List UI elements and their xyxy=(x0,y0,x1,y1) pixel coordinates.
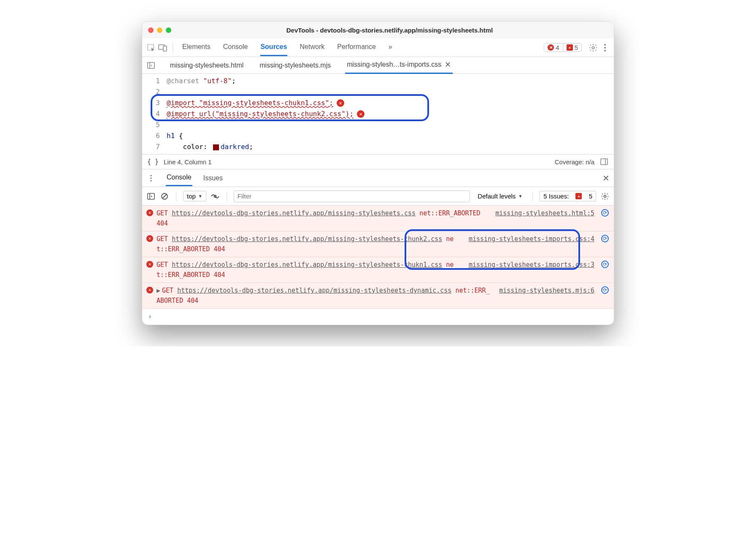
resource-link[interactable]: https://devtools-dbg-stories.netlify.app… xyxy=(177,287,451,294)
tab-more[interactable]: » xyxy=(389,39,392,56)
console-toolbar: top▼ Default levels▼ 5 Issues: ▪ 5 xyxy=(142,187,614,206)
device-toggle-icon[interactable] xyxy=(158,43,167,52)
file-tab-bar: missing-stylesheets.html missing-stylesh… xyxy=(142,57,614,74)
error-badges: ✕4 ▪5 xyxy=(544,43,582,52)
svg-point-4 xyxy=(604,44,606,46)
error-icon: ✕ xyxy=(146,287,153,293)
svg-point-11 xyxy=(150,175,152,176)
console-error-row: ✕ GET https://devtools-dbg-stories.netli… xyxy=(142,206,614,231)
error-icon[interactable]: ✕ xyxy=(357,110,364,118)
error-icon: ✕ xyxy=(146,235,153,242)
drawer-tab-issues[interactable]: Issues xyxy=(202,171,224,186)
resource-link[interactable]: https://devtools-dbg-stories.netlify.app… xyxy=(172,261,442,269)
issues-count: 5 xyxy=(575,44,578,51)
code-content[interactable]: @charset "utf-8"; @import "missing-style… xyxy=(163,74,614,154)
svg-point-13 xyxy=(150,180,152,182)
resource-link[interactable]: https://devtools-dbg-stories.netlify.app… xyxy=(172,235,442,243)
source-link[interactable]: missing-stylesheets.html:5 xyxy=(495,208,594,218)
console-sidebar-icon[interactable] xyxy=(146,193,156,200)
svg-point-12 xyxy=(150,177,152,179)
tab-sources[interactable]: Sources xyxy=(260,39,287,56)
source-link[interactable]: missing-stylesheets.mjs:6 xyxy=(499,285,594,296)
context-selector[interactable]: top▼ xyxy=(183,191,206,201)
line-gutter: 1234567 xyxy=(142,74,163,154)
source-link[interactable]: missing-stylesheets-imports.css:3 xyxy=(469,260,594,270)
pretty-print-icon[interactable]: { } xyxy=(147,158,159,166)
svg-point-3 xyxy=(592,46,594,49)
drawer-tab-console[interactable]: Console xyxy=(166,170,192,186)
error-icon: ✕ xyxy=(146,261,153,268)
svg-rect-2 xyxy=(163,46,167,51)
titlebar: DevTools - devtools-dbg-stories.netlify.… xyxy=(142,22,614,38)
issues-button[interactable]: 5 Issues: ▪ 5 xyxy=(540,191,596,201)
inspect-icon[interactable] xyxy=(146,43,156,52)
console-error-row: ✕ GET https://devtools-dbg-stories.netli… xyxy=(142,231,614,257)
reload-icon[interactable]: ⟳ xyxy=(601,286,609,294)
main-toolbar: Elements Console Sources Network Perform… xyxy=(142,38,614,57)
navigator-toggle-icon[interactable] xyxy=(146,61,156,70)
tab-elements[interactable]: Elements xyxy=(182,39,211,56)
reload-icon[interactable]: ⟳ xyxy=(601,209,609,217)
tab-network[interactable]: Network xyxy=(300,39,325,56)
coverage-label: Coverage: n/a xyxy=(555,158,594,166)
svg-point-5 xyxy=(604,47,606,49)
expand-icon[interactable]: ▶ xyxy=(157,287,160,294)
console-settings-icon[interactable] xyxy=(600,192,610,201)
drawer-kebab-icon[interactable] xyxy=(146,174,156,183)
reload-icon[interactable]: ⟳ xyxy=(601,235,609,242)
issues-badge[interactable]: ▪5 xyxy=(563,43,581,52)
settings-icon[interactable] xyxy=(589,43,598,52)
log-levels-selector[interactable]: Default levels▼ xyxy=(474,191,526,201)
source-link[interactable]: missing-stylesheets-imports.css:4 xyxy=(469,234,594,244)
tab-performance[interactable]: Performance xyxy=(337,39,376,56)
console-filter-input[interactable] xyxy=(234,190,470,202)
file-tab-css[interactable]: missing-stylesh…ts-imports.css✕ xyxy=(345,57,453,74)
minimize-window-icon[interactable] xyxy=(157,27,162,33)
color-swatch-icon[interactable] xyxy=(213,144,219,150)
tab-console[interactable]: Console xyxy=(223,39,248,56)
panel-tabs: Elements Console Sources Network Perform… xyxy=(182,39,392,56)
file-tab-html[interactable]: missing-stylesheets.html xyxy=(168,58,245,73)
zoom-window-icon[interactable] xyxy=(166,27,171,33)
traffic-lights xyxy=(148,27,171,33)
clear-console-icon[interactable] xyxy=(160,193,169,200)
source-editor[interactable]: 1234567 @charset "utf-8"; @import "missi… xyxy=(142,74,614,154)
error-icon[interactable]: ✕ xyxy=(337,99,344,107)
drawer: Console Issues ✕ top▼ Default levels▼ 5 … xyxy=(142,169,614,325)
console-error-row: ✕ GET https://devtools-dbg-stories.netli… xyxy=(142,257,614,283)
resource-link[interactable]: https://devtools-dbg-stories.netlify.app… xyxy=(172,209,416,217)
sidebar-toggle-icon[interactable] xyxy=(599,157,609,166)
devtools-window: DevTools - devtools-dbg-stories.netlify.… xyxy=(142,21,614,325)
svg-point-6 xyxy=(604,50,606,52)
console-messages: ✕ GET https://devtools-dbg-stories.netli… xyxy=(142,206,614,309)
svg-rect-9 xyxy=(601,159,608,165)
kebab-icon[interactable] xyxy=(600,43,610,52)
drawer-tabs: Console Issues ✕ xyxy=(142,169,614,187)
svg-line-17 xyxy=(162,194,167,198)
errors-count: 4 xyxy=(556,44,559,51)
file-tab-mjs[interactable]: missing-stylesheets.mjs xyxy=(258,58,332,73)
error-icon: ✕ xyxy=(146,209,153,216)
console-error-row: ✕ ▶GET https://devtools-dbg-stories.netl… xyxy=(142,283,614,309)
errors-badge[interactable]: ✕4 xyxy=(544,43,563,52)
drawer-close-icon[interactable]: ✕ xyxy=(602,173,610,183)
svg-point-19 xyxy=(604,195,606,197)
close-window-icon[interactable] xyxy=(148,27,154,33)
editor-status-bar: { } Line 4, Column 1 Coverage: n/a xyxy=(142,154,614,169)
close-tab-icon[interactable]: ✕ xyxy=(445,60,451,69)
live-expression-icon[interactable] xyxy=(211,193,220,199)
cursor-position: Line 4, Column 1 xyxy=(164,158,211,166)
window-title: DevTools - devtools-dbg-stories.netlify.… xyxy=(171,27,608,34)
console-prompt[interactable]: › xyxy=(142,309,614,325)
reload-icon[interactable]: ⟳ xyxy=(601,261,609,268)
